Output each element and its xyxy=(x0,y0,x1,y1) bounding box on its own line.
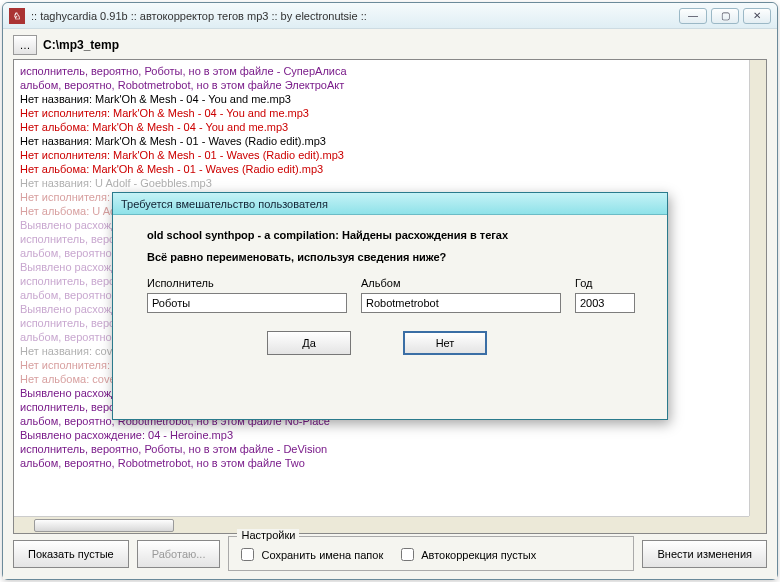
log-line: Нет альбома: Mark'Oh & Mesh - 04 - You a… xyxy=(18,120,748,134)
dialog-titlebar: Требуется вмешательство пользователя xyxy=(113,193,667,215)
log-line: Нет исполнителя: Mark'Oh & Mesh - 04 - Y… xyxy=(18,106,748,120)
settings-legend: Настройки xyxy=(237,529,299,541)
window-title: :: taghycardia 0.91b :: автокорректор те… xyxy=(31,10,679,22)
show-empty-button[interactable]: Показать пустые xyxy=(13,540,129,568)
artist-label: Исполнитель xyxy=(147,277,347,289)
dialog-body: old school synthpop - a compilation: Най… xyxy=(113,215,667,419)
path-label: C:\mp3_temp xyxy=(43,38,119,52)
settings-group: Настройки Сохранить имена папок Автокорр… xyxy=(228,536,634,571)
log-line: Нет названия: U Adolf - Goebbles.mp3 xyxy=(18,176,748,190)
titlebar: ♘ :: taghycardia 0.91b :: автокорректор … xyxy=(3,3,777,29)
dialog-fields: Исполнитель Альбом Год xyxy=(147,277,647,313)
close-button[interactable]: ✕ xyxy=(743,8,771,24)
apply-changes-button[interactable]: Внести изменения xyxy=(642,540,767,568)
yes-button[interactable]: Да xyxy=(267,331,351,355)
scroll-corner xyxy=(749,516,766,533)
horizontal-scrollbar[interactable] xyxy=(14,516,749,533)
artist-input[interactable] xyxy=(147,293,347,313)
log-line: Нет названия: Mark'Oh & Mesh - 01 - Wave… xyxy=(18,134,748,148)
year-label: Год xyxy=(575,277,635,289)
album-input[interactable] xyxy=(361,293,561,313)
dialog-buttons: Да Нет xyxy=(147,331,647,355)
app-icon: ♘ xyxy=(9,8,25,24)
year-input[interactable] xyxy=(575,293,635,313)
artist-field: Исполнитель xyxy=(147,277,347,313)
scrollbar-thumb[interactable] xyxy=(34,519,174,532)
keep-folder-names-checkbox[interactable] xyxy=(241,548,254,561)
year-field: Год xyxy=(575,277,635,313)
vertical-scrollbar[interactable] xyxy=(749,60,766,516)
autocorrect-empty-checkbox[interactable] xyxy=(401,548,414,561)
keep-folder-names-label: Сохранить имена папок xyxy=(261,549,383,561)
path-bar: … C:\mp3_temp xyxy=(13,35,767,55)
autocorrect-empty-label: Автокоррекция пустых xyxy=(421,549,536,561)
no-button[interactable]: Нет xyxy=(403,331,487,355)
working-button: Работаю... xyxy=(137,540,221,568)
autocorrect-empty-option[interactable]: Автокоррекция пустых xyxy=(397,545,536,564)
album-field: Альбом xyxy=(361,277,561,313)
dialog-subheading: Всё равно переименовать, используя сведе… xyxy=(147,251,647,263)
log-line: Нет названия: Mark'Oh & Mesh - 04 - You … xyxy=(18,92,748,106)
window-buttons: — ▢ ✕ xyxy=(679,8,771,24)
dialog-title: Требуется вмешательство пользователя xyxy=(121,198,328,210)
browse-folder-button[interactable]: … xyxy=(13,35,37,55)
bottom-bar: Показать пустые Работаю... Настройки Сох… xyxy=(13,540,767,571)
log-line: альбом, вероятно, Robotmetrobot, но в эт… xyxy=(18,456,748,470)
log-line: Нет альбома: Mark'Oh & Mesh - 01 - Waves… xyxy=(18,162,748,176)
dialog-heading: old school synthpop - a compilation: Най… xyxy=(147,229,647,241)
log-line: исполнитель, вероятно, Роботы, но в этом… xyxy=(18,442,748,456)
log-line: Выявлено расхождение: 04 - Heroine.mp3 xyxy=(18,428,748,442)
log-line: исполнитель, вероятно, Роботы, но в этом… xyxy=(18,64,748,78)
user-intervention-dialog: Требуется вмешательство пользователя old… xyxy=(112,192,668,420)
minimize-button[interactable]: — xyxy=(679,8,707,24)
album-label: Альбом xyxy=(361,277,561,289)
maximize-button[interactable]: ▢ xyxy=(711,8,739,24)
log-line: Нет исполнителя: Mark'Oh & Mesh - 01 - W… xyxy=(18,148,748,162)
keep-folder-names-option[interactable]: Сохранить имена папок xyxy=(237,545,383,564)
log-line: альбом, вероятно, Robotmetrobot, но в эт… xyxy=(18,78,748,92)
